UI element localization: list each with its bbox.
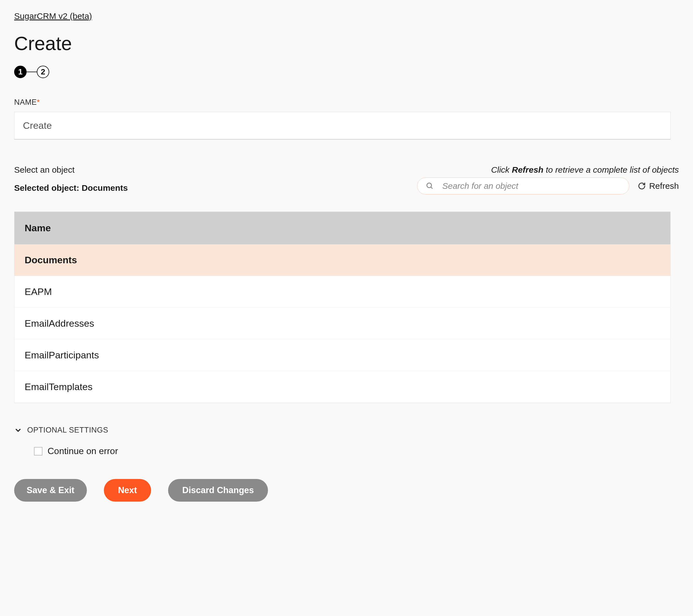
refresh-button-label: Refresh (649, 181, 679, 191)
continue-on-error-label: Continue on error (47, 446, 118, 456)
search-object-wrap[interactable] (417, 177, 629, 194)
discard-changes-button[interactable]: Discard Changes (168, 479, 268, 502)
table-row[interactable]: EmailTemplates (15, 371, 670, 403)
save-exit-button[interactable]: Save & Exit (14, 479, 87, 502)
name-field-label: NAME* (14, 98, 679, 107)
table-row[interactable]: Documents (15, 244, 670, 276)
breadcrumb-link[interactable]: SugarCRM v2 (beta) (14, 11, 92, 21)
refresh-hint: Click Refresh to retrieve a complete lis… (417, 165, 679, 175)
step-connector (26, 72, 37, 72)
refresh-button[interactable]: Refresh (638, 181, 679, 191)
optional-settings-toggle[interactable]: OPTIONAL SETTINGS (14, 426, 679, 435)
name-input[interactable] (14, 112, 671, 139)
required-asterisk: * (37, 98, 40, 107)
object-table: Name DocumentsEAPMEmailAddressesEmailPar… (14, 211, 671, 403)
step-1[interactable]: 1 (14, 66, 26, 78)
page-title: Create (14, 32, 679, 54)
refresh-icon (638, 182, 646, 190)
chevron-down-icon (14, 426, 22, 434)
optional-settings-label: OPTIONAL SETTINGS (27, 426, 108, 435)
svg-line-1 (431, 187, 432, 189)
selected-object-label: Selected object: Documents (14, 183, 128, 193)
step-2[interactable]: 2 (37, 66, 49, 78)
table-row[interactable]: EAPM (15, 276, 670, 308)
table-row[interactable]: EmailAddresses (15, 308, 670, 340)
continue-on-error-checkbox[interactable] (34, 447, 42, 456)
search-icon (426, 182, 434, 190)
select-object-label: Select an object (14, 165, 128, 175)
search-object-input[interactable] (442, 181, 620, 191)
table-body[interactable]: DocumentsEAPMEmailAddressesEmailParticip… (15, 244, 670, 403)
next-button[interactable]: Next (104, 479, 151, 502)
svg-point-0 (427, 183, 431, 188)
table-header-name[interactable]: Name (15, 212, 670, 244)
table-row[interactable]: EmailParticipants (15, 340, 670, 371)
stepper: 1 2 (14, 66, 679, 78)
